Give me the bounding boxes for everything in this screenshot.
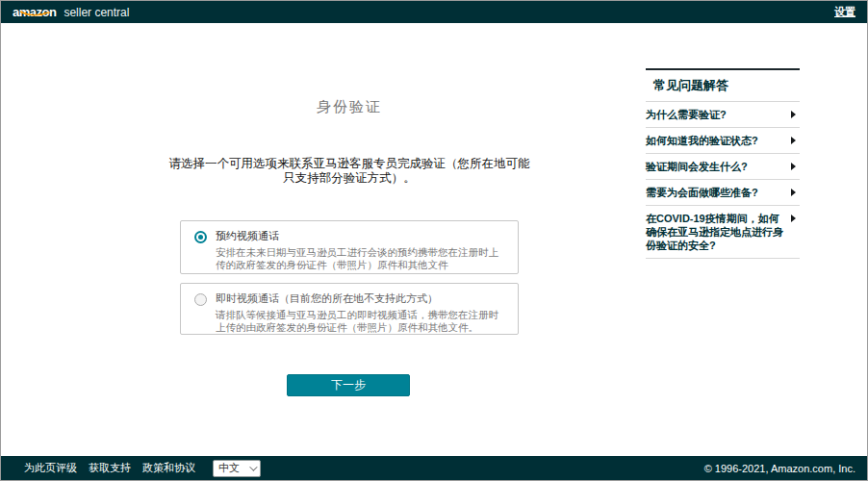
seller-central-text: seller central: [64, 6, 129, 19]
option-title: 预约视频通话: [216, 229, 508, 243]
copyright-text: © 1996-2021, Amazon.com, Inc.: [704, 463, 855, 474]
amazon-seller-central-logo[interactable]: amazon seller central: [13, 5, 129, 19]
footer-link-get-support[interactable]: 获取支持: [89, 461, 131, 475]
arrow-right-icon: [791, 111, 796, 118]
arrow-right-icon: [791, 189, 796, 196]
option-description: 请排队等候接通与亚马逊员工的即时视频通话，携带您在注册时上传的由政府签发的身份证…: [216, 309, 508, 334]
option-description: 安排在未来日期与亚马逊员工进行会谈的预约携带您在注册时上传的政府签发的身份证件（…: [216, 246, 508, 271]
next-button[interactable]: 下一步: [287, 374, 410, 396]
faq-item-what-happens[interactable]: 验证期间会发生什么?: [646, 154, 800, 180]
radio-unselected-icon[interactable]: [194, 293, 207, 306]
arrow-right-icon: [791, 137, 796, 144]
arrow-right-icon: [791, 215, 796, 222]
faq-item-meeting-prep[interactable]: 需要为会面做哪些准备?: [646, 180, 800, 206]
page-title: 身份验证: [179, 98, 520, 116]
option-scheduled-video-call[interactable]: 预约视频通话 安排在未来日期与亚马逊员工进行会谈的预约携带您在注册时上传的政府签…: [180, 220, 519, 274]
language-value: 中文: [218, 461, 240, 475]
seller-central-window: amazon seller central 设置 身份验证 请选择一个可用选项来…: [0, 0, 868, 481]
faq-item-why-verify[interactable]: 为什么需要验证?: [646, 102, 800, 128]
faq-panel-title: 常见问题解答: [646, 70, 800, 102]
chevron-down-icon: [249, 463, 257, 470]
top-header: amazon seller central 设置: [1, 1, 867, 23]
faq-panel: 常见问题解答 为什么需要验证? 如何知道我的验证状态? 验证期间会发生什么? 需…: [646, 68, 800, 259]
radio-selected-icon[interactable]: [194, 231, 207, 243]
instruction-text: 请选择一个可用选项来联系亚马逊客服专员完成验证（您所在地可能只支持部分验证方式）…: [165, 157, 534, 186]
footer-link-policies[interactable]: 政策和协议: [142, 461, 195, 475]
settings-link[interactable]: 设置: [834, 5, 855, 19]
bottom-footer: 为此页评级 获取支持 政策和协议 中文 © 1996-2021, Amazon.…: [1, 456, 867, 480]
option-title: 即时视频通话（目前您的所在地不支持此方式）: [216, 291, 508, 306]
arrow-right-icon: [791, 163, 796, 170]
option-instant-video-call[interactable]: 即时视频通话（目前您的所在地不支持此方式） 请排队等候接通与亚马逊员工的即时视频…: [180, 283, 519, 335]
language-selector[interactable]: 中文: [213, 460, 261, 477]
footer-link-rate-page[interactable]: 为此页评级: [24, 461, 77, 475]
faq-item-covid-safety[interactable]: 在COVID-19疫情期间，如何确保在亚马逊指定地点进行身份验证的安全?: [646, 206, 800, 259]
faq-item-verification-status[interactable]: 如何知道我的验证状态?: [646, 128, 800, 154]
